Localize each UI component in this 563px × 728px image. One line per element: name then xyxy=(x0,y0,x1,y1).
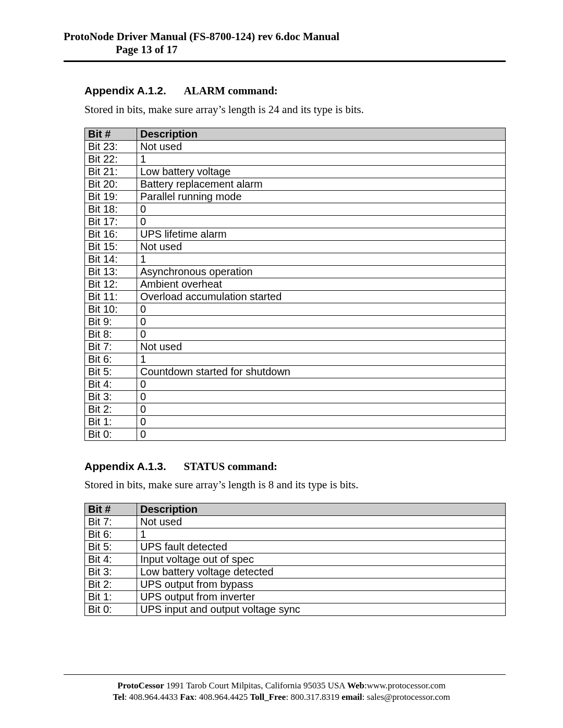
table-row: Bit 21:Low battery voltage xyxy=(85,165,506,178)
footer-fax: : 408.964.4425 xyxy=(194,692,250,702)
bit-cell: Bit 21: xyxy=(85,165,137,178)
table-row: Bit 4:Input voltage out of spec xyxy=(85,553,506,566)
bit-cell: Bit 5: xyxy=(85,541,137,553)
section-heading-a12: Appendix A.1.2. ALARM command: xyxy=(84,84,506,97)
bit-cell: Bit 0: xyxy=(85,428,137,440)
table-row: Bit 2:0 xyxy=(85,403,506,415)
bit-cell: Bit 18: xyxy=(85,203,137,215)
footer-web-label: Web xyxy=(347,681,364,690)
desc-cell: Low battery voltage xyxy=(137,165,506,178)
desc-cell: Ambient overheat xyxy=(137,278,506,290)
bit-cell: Bit 15: xyxy=(85,240,137,253)
desc-cell: Overload accumulation started xyxy=(137,290,506,303)
desc-cell: 0 xyxy=(137,328,506,340)
table-row: Bit 0:0 xyxy=(85,428,506,440)
bit-cell: Bit 16: xyxy=(85,228,137,240)
desc-cell: 0 xyxy=(137,315,506,328)
table-row: Bit 6:1 xyxy=(85,353,506,365)
bit-cell: Bit 12: xyxy=(85,278,137,290)
bit-cell: Bit 1: xyxy=(85,591,137,603)
section-number: Appendix A.1.2. xyxy=(84,84,166,96)
desc-cell: Countdown started for shutdown xyxy=(137,365,506,378)
table-header-row: Bit # Description xyxy=(85,503,506,516)
desc-cell: Not used xyxy=(137,516,506,528)
table-row: Bit 2:UPS output from bypass xyxy=(85,578,506,591)
bit-cell: Bit 6: xyxy=(85,528,137,541)
table-row: Bit 17:0 xyxy=(85,215,506,228)
table-row: Bit 4:0 xyxy=(85,378,506,390)
table-row: Bit 19:Parallel running mode xyxy=(85,190,506,203)
footer-tel: : 408.964.4433 xyxy=(125,692,180,702)
desc-cell: 0 xyxy=(137,303,506,315)
table-row: Bit 23:Not used xyxy=(85,140,506,153)
bit-cell: Bit 22: xyxy=(85,153,137,165)
table-row: Bit 20:Battery replacement alarm xyxy=(85,178,506,190)
desc-cell: UPS output from inverter xyxy=(137,591,506,603)
desc-cell: Not used xyxy=(137,140,506,153)
table-row: Bit 12:Ambient overheat xyxy=(85,278,506,290)
desc-cell: 0 xyxy=(137,378,506,390)
bit-cell: Bit 19: xyxy=(85,190,137,203)
table-row: Bit 7:Not used xyxy=(85,340,506,353)
bit-cell: Bit 3: xyxy=(85,566,137,578)
page-header: ProtoNode Driver Manual (FS-8700-124) re… xyxy=(64,30,506,56)
table-row: Bit 1:0 xyxy=(85,415,506,428)
page-footer: ProtoCessor 1991 Tarob Court Milpitas, C… xyxy=(0,674,563,703)
desc-cell: Parallel running mode xyxy=(137,190,506,203)
bit-cell: Bit 23: xyxy=(85,140,137,153)
footer-company: ProtoCessor xyxy=(117,681,164,690)
footer-address: 1991 Tarob Court Milpitas, California 95… xyxy=(164,681,347,690)
table-header-row: Bit # Description xyxy=(85,128,506,140)
table-row: Bit 22:1 xyxy=(85,153,506,165)
section-heading-a13: Appendix A.1.3. STATUS command: xyxy=(84,460,506,473)
desc-cell: 1 xyxy=(137,253,506,265)
table-row: Bit 14:1 xyxy=(85,253,506,265)
table-row: Bit 1:UPS output from inverter xyxy=(85,591,506,603)
table-row: Bit 5:Countdown started for shutdown xyxy=(85,365,506,378)
footer-tollfree: : 800.317.8319 xyxy=(286,692,341,702)
bit-cell: Bit 11: xyxy=(85,290,137,303)
table-row: Bit 7:Not used xyxy=(85,516,506,528)
table-row: Bit 15:Not used xyxy=(85,240,506,253)
section-intro-a13: Stored in bits, make sure array’s length… xyxy=(84,478,506,491)
desc-cell: 0 xyxy=(137,415,506,428)
table-row: Bit 0:UPS input and output voltage sync xyxy=(85,603,506,616)
header-page-number: Page 13 of 17 xyxy=(64,43,506,56)
desc-cell: 0 xyxy=(137,428,506,440)
bit-cell: Bit 4: xyxy=(85,378,137,390)
bit-cell: Bit 6: xyxy=(85,353,137,365)
desc-cell: Input voltage out of spec xyxy=(137,553,506,566)
desc-cell: Battery replacement alarm xyxy=(137,178,506,190)
section-title: STATUS command: xyxy=(184,460,278,473)
footer-email-label: email xyxy=(341,692,362,702)
footer-fax-label: Fax xyxy=(180,692,194,702)
desc-cell: 0 xyxy=(137,203,506,215)
desc-cell: 0 xyxy=(137,215,506,228)
desc-cell: Not used xyxy=(137,340,506,353)
section-number: Appendix A.1.3. xyxy=(84,460,166,472)
table-row: Bit 6:1 xyxy=(85,528,506,541)
section-title: ALARM command: xyxy=(184,84,278,97)
col-bit-header: Bit # xyxy=(85,503,137,516)
desc-cell: UPS input and output voltage sync xyxy=(137,603,506,616)
status-bit-table: Bit # Description Bit 7:Not usedBit 6:1B… xyxy=(84,503,506,616)
bit-cell: Bit 10: xyxy=(85,303,137,315)
bit-cell: Bit 9: xyxy=(85,315,137,328)
desc-cell: Low battery voltage detected xyxy=(137,566,506,578)
footer-rule xyxy=(64,674,506,675)
table-row: Bit 9:0 xyxy=(85,315,506,328)
desc-cell: UPS fault detected xyxy=(137,541,506,553)
bit-cell: Bit 4: xyxy=(85,553,137,566)
section-intro-a12: Stored in bits, make sure array’s length… xyxy=(84,103,506,116)
footer-tollfree-label: Toll_Free xyxy=(250,692,286,702)
footer-tel-label: Tel xyxy=(113,692,125,702)
table-row: Bit 10:0 xyxy=(85,303,506,315)
bit-cell: Bit 0: xyxy=(85,603,137,616)
bit-cell: Bit 17: xyxy=(85,215,137,228)
table-row: Bit 3:0 xyxy=(85,390,506,403)
alarm-bit-table: Bit # Description Bit 23:Not usedBit 22:… xyxy=(84,128,506,441)
desc-cell: 0 xyxy=(137,403,506,415)
desc-cell: Not used xyxy=(137,240,506,253)
col-desc-header: Description xyxy=(137,128,506,140)
bit-cell: Bit 8: xyxy=(85,328,137,340)
